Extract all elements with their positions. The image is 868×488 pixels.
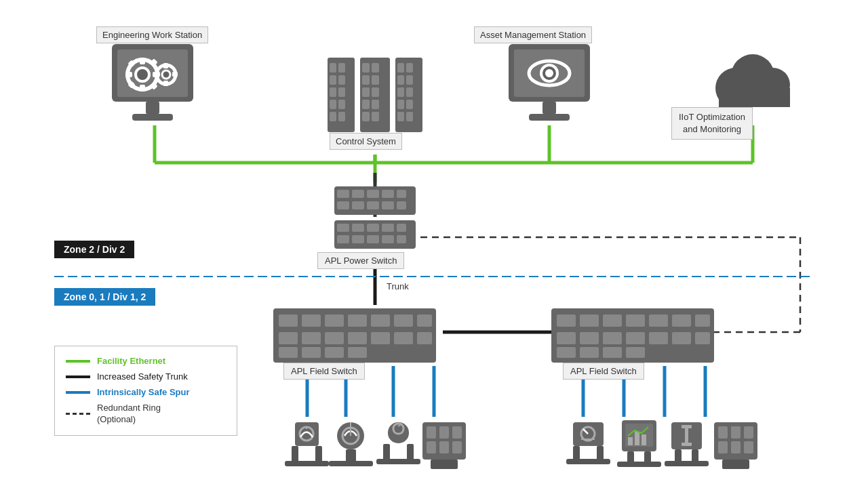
legend-dash-line <box>66 413 90 415</box>
svg-rect-107 <box>397 235 406 243</box>
svg-rect-142 <box>557 347 576 358</box>
svg-rect-120 <box>371 332 390 344</box>
asset-mgmt-label: Asset Management Station <box>474 26 592 43</box>
svg-point-34 <box>162 70 170 79</box>
svg-rect-54 <box>338 87 345 97</box>
svg-rect-66 <box>362 100 370 109</box>
svg-rect-74 <box>406 75 413 85</box>
svg-rect-102 <box>397 224 406 232</box>
svg-rect-53 <box>330 87 336 97</box>
svg-rect-60 <box>362 63 370 73</box>
svg-rect-180 <box>635 432 639 445</box>
svg-rect-26 <box>140 85 145 92</box>
apl-field-switch1-label: APL Field Switch <box>283 363 365 380</box>
field-device-7 <box>661 417 712 474</box>
field-device-6 <box>614 417 665 474</box>
svg-rect-122 <box>417 332 432 344</box>
svg-rect-174 <box>573 446 580 461</box>
legend-green-line <box>66 360 90 363</box>
field-device-2 <box>326 417 376 474</box>
svg-rect-46 <box>542 102 556 114</box>
svg-rect-176 <box>566 459 610 464</box>
legend-trunk: Increased Safety Trunk <box>66 371 226 382</box>
zone2-div2-label: Zone 2 / Div 2 <box>54 241 134 258</box>
svg-rect-167 <box>427 441 436 453</box>
svg-rect-57 <box>330 112 336 121</box>
svg-rect-96 <box>397 201 406 209</box>
svg-rect-123 <box>279 347 298 358</box>
svg-rect-73 <box>397 75 404 85</box>
svg-rect-76 <box>406 87 413 97</box>
svg-rect-169 <box>452 441 462 453</box>
apl-field-switch2-label: APL Field Switch <box>563 363 644 380</box>
svg-rect-35 <box>163 63 168 68</box>
zone0-1-label: Zone 0, 1 / Div 1, 2 <box>54 288 155 306</box>
svg-rect-64 <box>362 87 370 97</box>
svg-rect-121 <box>394 332 413 344</box>
svg-rect-40 <box>132 114 173 121</box>
svg-rect-111 <box>325 314 344 327</box>
svg-rect-85 <box>719 96 790 107</box>
svg-rect-56 <box>338 100 345 109</box>
svg-rect-94 <box>367 201 379 209</box>
svg-rect-115 <box>417 314 432 327</box>
legend-blue-line <box>66 391 90 394</box>
svg-rect-171 <box>573 422 604 446</box>
svg-point-24 <box>136 68 149 81</box>
svg-rect-116 <box>279 332 298 344</box>
svg-rect-125 <box>325 347 344 358</box>
svg-rect-50 <box>338 63 345 73</box>
svg-rect-113 <box>371 314 390 327</box>
svg-rect-62 <box>362 75 370 85</box>
asset-mgmt-icon <box>495 41 604 129</box>
legend-trunk-label: Increased Safety Trunk <box>97 371 188 382</box>
legend-spur: Intrinsically Safe Spur <box>66 387 226 397</box>
legend-spur-label: Intrinsically Safe Spur <box>97 387 190 397</box>
svg-rect-166 <box>452 426 462 439</box>
svg-rect-67 <box>372 100 379 109</box>
svg-rect-79 <box>397 112 404 121</box>
svg-rect-188 <box>685 428 688 443</box>
svg-rect-49 <box>330 63 336 73</box>
svg-rect-198 <box>744 441 753 453</box>
svg-rect-184 <box>617 462 661 467</box>
svg-rect-133 <box>672 314 691 327</box>
svg-rect-72 <box>406 63 413 73</box>
svg-rect-165 <box>439 426 449 439</box>
svg-rect-78 <box>406 100 413 109</box>
svg-rect-170 <box>431 460 458 469</box>
svg-rect-112 <box>348 314 367 327</box>
svg-rect-89 <box>367 190 379 198</box>
svg-rect-47 <box>529 114 570 121</box>
svg-rect-101 <box>382 224 394 232</box>
svg-rect-98 <box>337 224 349 232</box>
field-device-8 <box>709 417 763 474</box>
legend-facility-ethernet: Facility Ethernet <box>66 356 226 366</box>
svg-rect-131 <box>626 314 645 327</box>
svg-rect-100 <box>367 224 379 232</box>
svg-rect-99 <box>352 224 364 232</box>
svg-rect-55 <box>330 100 336 109</box>
svg-rect-141 <box>695 332 710 344</box>
svg-rect-93 <box>352 201 364 209</box>
svg-point-45 <box>545 69 553 77</box>
svg-rect-80 <box>406 112 413 121</box>
svg-rect-143 <box>580 347 599 358</box>
svg-rect-69 <box>372 112 379 121</box>
svg-rect-175 <box>597 446 604 461</box>
iiot-label-text: IIoT Optimizationand Monitoring <box>679 112 745 134</box>
svg-rect-65 <box>372 87 379 97</box>
field-device-4 <box>417 417 471 474</box>
svg-rect-146 <box>295 422 319 446</box>
svg-rect-27 <box>125 72 132 77</box>
svg-rect-103 <box>337 235 349 243</box>
svg-rect-186 <box>682 425 692 428</box>
svg-rect-38 <box>172 72 178 77</box>
svg-rect-91 <box>397 190 406 198</box>
svg-rect-197 <box>731 441 741 453</box>
svg-rect-199 <box>722 460 749 469</box>
svg-rect-105 <box>367 235 379 243</box>
diagram-container: Engineering Work Station Asset Managemen… <box>0 0 868 488</box>
svg-rect-36 <box>163 81 168 86</box>
legend-redundant: Redundant Ring(Optional) <box>66 403 226 426</box>
